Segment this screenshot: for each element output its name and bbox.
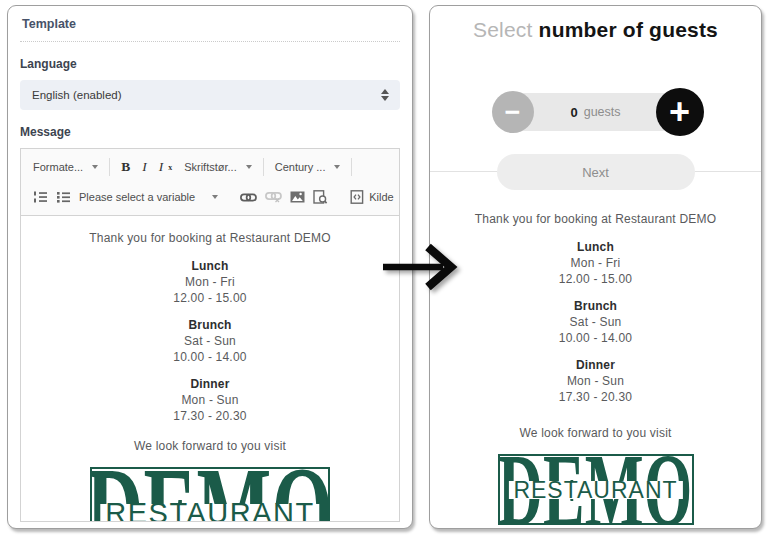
toolbar-row-1: Formate... B I Ix Skriftstør... Century …	[29, 152, 391, 182]
font-name-dropdown[interactable]: Century ...	[271, 159, 345, 175]
section-hours: 10.00 - 14.00	[444, 330, 747, 346]
section-days: Mon - Fri	[21, 274, 399, 290]
guest-stepper-wrap: − 0 guests +	[444, 93, 747, 131]
numbered-list-icon	[33, 190, 48, 204]
italic-button[interactable]: I	[138, 157, 151, 177]
preview-button[interactable]	[309, 188, 332, 206]
booking-preview-panel: Select number of guests − 0 guests + Nex…	[429, 5, 762, 529]
section-days: Sat - Sun	[21, 333, 399, 349]
variable-dropdown[interactable]: Please select a variable	[75, 189, 222, 205]
restaurant-demo-logo: DEMO RESTAURANT	[498, 454, 694, 525]
next-button[interactable]: Next	[497, 154, 695, 190]
section-days: Mon - Sun	[444, 373, 747, 389]
bulleted-list-icon	[56, 190, 71, 204]
template-editor-panel: Template Language English (enabled) Mess…	[7, 5, 413, 529]
caret-down-icon	[92, 165, 98, 169]
preview-title-bold: number of guests	[539, 18, 718, 41]
message-editor-body[interactable]: Thank you for booking at Restaurant DEMO…	[20, 216, 400, 522]
numbered-list-button[interactable]	[29, 188, 52, 206]
caret-down-icon	[334, 165, 340, 169]
preview-icon	[313, 190, 328, 204]
logo-banner: RESTAURANT	[100, 504, 319, 522]
section-name: Lunch	[21, 258, 399, 274]
section-hours: 17.30 - 20.30	[444, 389, 747, 405]
message-greeting: Thank you for booking at Restaurant DEMO	[21, 230, 399, 246]
source-code-icon	[350, 190, 364, 204]
bold-button[interactable]: B	[117, 157, 134, 177]
caret-down-icon	[246, 165, 252, 169]
source-button[interactable]: Kilde	[346, 188, 397, 206]
richtext-toolbar: Formate... B I Ix Skriftstør... Century …	[20, 148, 400, 216]
decrease-guests-button[interactable]: −	[492, 91, 534, 133]
logo-banner: RESTAURANT	[508, 481, 682, 499]
preview-message-body: Thank you for booking at Restaurant DEMO…	[444, 211, 747, 525]
guest-unit-label: guests	[584, 105, 621, 119]
section-name: Brunch	[21, 317, 399, 333]
guest-count: 0	[570, 105, 577, 120]
bulleted-list-button[interactable]	[52, 188, 75, 206]
preview-title: Select number of guests	[444, 18, 747, 42]
section-days: Mon - Fri	[444, 255, 747, 271]
caret-down-icon	[212, 195, 218, 199]
preview-title-light: Select	[473, 18, 533, 41]
section-name: Dinner	[444, 357, 747, 373]
font-size-dropdown[interactable]: Skriftstør...	[180, 159, 256, 175]
toolbar-separator	[263, 158, 264, 176]
section-name: Brunch	[444, 298, 747, 314]
message-closing: We look forward to you visit	[21, 438, 399, 454]
toolbar-separator	[109, 158, 110, 176]
language-select-value: English (enabled)	[32, 89, 122, 101]
section-hours: 12.00 - 15.00	[21, 290, 399, 306]
minus-icon: −	[505, 97, 521, 128]
plus-icon: +	[669, 91, 690, 133]
remove-format-button[interactable]: Ix	[155, 157, 177, 177]
guest-stepper: − 0 guests +	[497, 93, 695, 131]
message-label: Message	[20, 125, 400, 139]
increase-guests-button[interactable]: +	[656, 88, 704, 136]
restaurant-demo-logo: DEMO RESTAURANT	[90, 467, 330, 522]
unlink-icon	[265, 191, 282, 203]
section-hours: 12.00 - 15.00	[444, 271, 747, 287]
message-greeting: Thank you for booking at Restaurant DEMO	[444, 211, 747, 227]
format-dropdown[interactable]: Formate...	[29, 159, 102, 175]
section-hours: 17.30 - 20.30	[21, 408, 399, 424]
image-button[interactable]	[286, 189, 309, 205]
next-row: Next	[444, 154, 747, 190]
image-icon	[290, 191, 305, 203]
screenshot-stage: Template Language English (enabled) Mess…	[0, 0, 768, 538]
link-button[interactable]	[236, 190, 261, 205]
section-days: Sat - Sun	[444, 314, 747, 330]
toolbar-row-2: Please select a variable	[29, 182, 391, 212]
section-hours: 10.00 - 14.00	[21, 349, 399, 365]
select-updown-icon	[381, 89, 389, 101]
language-label: Language	[20, 57, 400, 71]
message-closing: We look forward to you visit	[444, 425, 747, 441]
toolbar-separator	[351, 158, 352, 176]
unlink-button[interactable]	[261, 189, 286, 205]
panel-title: Template	[20, 14, 400, 42]
section-days: Mon - Sun	[21, 392, 399, 408]
section-name: Dinner	[21, 376, 399, 392]
link-icon	[240, 192, 257, 203]
language-select[interactable]: English (enabled)	[20, 80, 400, 110]
section-name: Lunch	[444, 239, 747, 255]
